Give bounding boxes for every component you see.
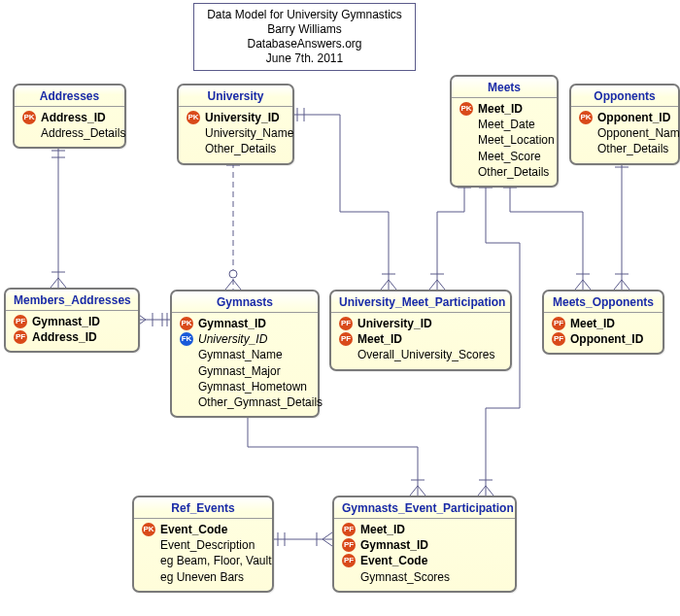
entity-university-meet-participation: University_Meet_Participation PFUniversi… [329, 290, 512, 371]
entity-field-row: Address_Details [22, 125, 117, 141]
entity-opponents: Opponents PKOpponent_IDOpponent_NameOthe… [569, 84, 680, 165]
entity-field-row: PKMeet_ID [459, 101, 549, 117]
pf-key-icon: PF [552, 332, 565, 346]
entity-field-row: Other_Details [459, 164, 549, 180]
entity-field-row: Gymnast_Major [180, 363, 310, 379]
entity-field-row: Other_Gymnast_Details [180, 394, 310, 410]
field-label: University_Name [205, 125, 293, 141]
field-label: Address_ID [32, 329, 97, 345]
entity-field-row: Gymnast_Scores [342, 569, 507, 585]
field-label: Other_Details [478, 164, 549, 180]
field-label: Meet_Location [478, 132, 555, 148]
field-label: Event_Code [160, 522, 227, 537]
field-label: Meet_ID [478, 101, 523, 117]
entity-field-row: Meet_Location [459, 132, 549, 148]
entity-addresses: Addresses PKAddress_IDAddress_Details [13, 84, 126, 149]
field-label: University_ID [205, 110, 280, 125]
entity-field-row: Gymnast_Hometown [180, 379, 310, 394]
entity-field-row: PFGymnast_ID [342, 537, 507, 553]
field-label: University_ID [198, 331, 267, 347]
entity-field-row: PFEvent_Code [342, 553, 507, 568]
entity-field-row: eg Uneven Bars [142, 569, 264, 585]
field-label: Gymnast_ID [198, 316, 266, 331]
pf-key-icon: PF [342, 538, 356, 552]
pk-key-icon: PK [22, 111, 36, 124]
pk-key-icon: PK [579, 111, 593, 124]
entity-field-row: PKEvent_Code [142, 522, 264, 537]
field-label: eg Beam, Floor, Vault [160, 553, 272, 568]
pf-key-icon: PF [342, 523, 356, 536]
entity-field-row: Event_Description [142, 537, 264, 553]
entity-header: Addresses [15, 86, 124, 107]
field-label: Other_Details [205, 141, 276, 156]
entity-body: PFMeet_IDPFOpponent_ID [544, 313, 663, 353]
entity-body: PFUniversity_IDPFMeet_IDOverall_Universi… [331, 313, 510, 369]
entity-header: Gymnasts_Event_Participation [334, 497, 515, 519]
field-label: eg Uneven Bars [160, 569, 244, 585]
entity-body: PFMeet_IDPFGymnast_IDPFEvent_CodeGymnast… [334, 519, 515, 591]
entity-field-row: Meet_Date [459, 117, 549, 132]
entity-field-row: PFOpponent_ID [552, 331, 655, 347]
entity-field-row: PKUniversity_ID [187, 110, 285, 125]
field-label: Gymnast_ID [32, 314, 100, 329]
field-label: Other_Gymnast_Details [198, 394, 323, 410]
entity-field-row: PKOpponent_ID [579, 110, 670, 125]
entity-field-row: PFMeet_ID [552, 316, 655, 331]
field-label: Event_Description [160, 537, 255, 553]
entity-body: PKEvent_CodeEvent_Descriptioneg Beam, Fl… [134, 519, 272, 591]
entity-field-row: PKGymnast_ID [180, 316, 310, 331]
entity-header: Ref_Events [134, 497, 272, 519]
er-diagram-canvas: Data Model for University Gymnastics Bar… [0, 0, 680, 616]
entity-field-row: Other_Details [579, 141, 670, 156]
entity-field-row: Opponent_Name [579, 125, 670, 141]
field-label: Opponent_ID [570, 331, 643, 347]
field-label: Other_Details [597, 141, 668, 156]
entity-field-row: PFGymnast_ID [14, 314, 130, 329]
entity-field-row: University_Name [187, 125, 285, 141]
title-line-3: DatabaseAnswers.org [204, 37, 405, 51]
field-label: Meet_ID [360, 522, 405, 537]
entity-gymnasts: Gymnasts PKGymnast_IDFKUniversity_IDGymn… [170, 290, 320, 418]
entity-field-row: Gymnast_Name [180, 347, 310, 362]
entity-field-row: PFMeet_ID [339, 331, 502, 347]
pf-key-icon: PF [339, 332, 353, 346]
entity-meets: Meets PKMeet_IDMeet_DateMeet_LocationMee… [450, 75, 559, 188]
entity-gymnasts-event-participation: Gymnasts_Event_Participation PFMeet_IDPF… [332, 496, 517, 593]
pf-key-icon: PF [342, 554, 356, 567]
entity-header: Members_Addresses [6, 290, 138, 311]
field-label: Gymnast_Hometown [198, 379, 307, 394]
pf-key-icon: PF [14, 330, 27, 344]
field-label: University_ID [357, 316, 432, 331]
entity-field-row: PFMeet_ID [342, 522, 507, 537]
entity-field-row: FKUniversity_ID [180, 331, 310, 347]
field-label: Meet_Score [478, 149, 541, 164]
entity-header: Meets_Opponents [544, 291, 663, 313]
field-label: Event_Code [360, 553, 427, 568]
entity-field-row: Other_Details [187, 141, 285, 156]
entity-body: PKUniversity_IDUniversity_NameOther_Deta… [179, 107, 292, 163]
field-label: Opponent_Name [597, 125, 680, 141]
field-label: Address_ID [41, 110, 106, 125]
entity-body: PKAddress_IDAddress_Details [15, 107, 124, 147]
entity-university: University PKUniversity_IDUniversity_Nam… [177, 84, 294, 165]
entity-body: PFGymnast_IDPFAddress_ID [6, 311, 138, 351]
entity-header: University_Meet_Participation [331, 291, 510, 313]
field-label: Overall_University_Scores [357, 347, 494, 362]
entity-field-row: PFAddress_ID [14, 329, 130, 345]
entity-members-addresses: Members_Addresses PFGymnast_IDPFAddress_… [4, 288, 140, 353]
entity-meets-opponents: Meets_Opponents PFMeet_IDPFOpponent_ID [542, 290, 664, 355]
field-label: Address_Details [41, 125, 125, 141]
entity-field-row: Meet_Score [459, 149, 549, 164]
field-label: Opponent_ID [597, 110, 670, 125]
field-label: Gymnast_Name [198, 347, 283, 362]
field-label: Meet_ID [570, 316, 615, 331]
pk-key-icon: PK [459, 102, 473, 116]
entity-body: PKGymnast_IDFKUniversity_IDGymnast_NameG… [172, 313, 318, 416]
entity-field-row: PKAddress_ID [22, 110, 117, 125]
field-label: Meet_ID [357, 331, 402, 347]
entity-header: Gymnasts [172, 291, 318, 313]
field-label: Gymnast_ID [360, 537, 428, 553]
pf-key-icon: PF [339, 317, 353, 330]
title-line-4: June 7th. 2011 [204, 51, 405, 66]
field-label: Gymnast_Scores [360, 569, 450, 585]
